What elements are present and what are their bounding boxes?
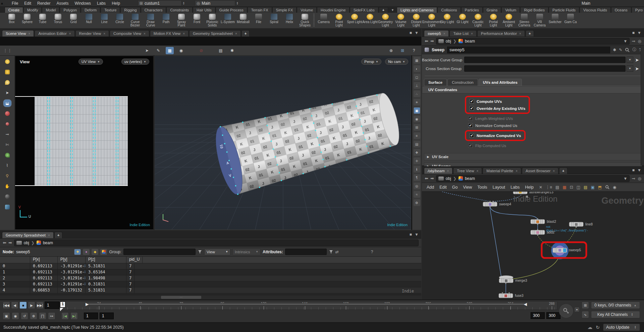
shelf-tool[interactable]: Line	[97, 13, 112, 28]
back-icon[interactable]: ⬅	[425, 39, 428, 44]
node-sweep4[interactable]: sweep4	[483, 201, 511, 208]
path-node[interactable]: beam	[465, 176, 475, 181]
forward-icon[interactable]: ➡	[430, 39, 434, 44]
shelf-tab[interactable]: Rigid Bodies	[520, 7, 548, 13]
checkbox-checked-icon[interactable]: ✔	[468, 116, 473, 121]
help-icon[interactable]: ?	[410, 47, 418, 54]
menu-item[interactable]: Help	[522, 184, 536, 191]
lasso-select-icon[interactable]: ✎	[154, 47, 162, 54]
shelf-tool[interactable]: Platonic Solids	[205, 13, 220, 28]
select-keys-icon[interactable]: ▣	[3, 312, 10, 320]
wrench-icon[interactable]: ✕	[539, 185, 542, 190]
swap-icon[interactable]: ⇄	[335, 250, 339, 254]
scene-spinner[interactable]: ▲▼	[236, 2, 239, 5]
shelf-tool[interactable]: Gam Ca	[563, 13, 578, 28]
checkbox-row[interactable]: ✔ Override Any Existing UVs	[470, 105, 525, 112]
group-display-icon[interactable]: ❖	[414, 149, 420, 156]
close-tab-icon[interactable]: ×	[477, 169, 479, 173]
pane-tab[interactable]: /obj/beam×	[424, 168, 452, 174]
tree-list-icon[interactable]: ⋮≡	[546, 185, 552, 190]
close-tab-icon[interactable]: ×	[29, 32, 31, 36]
shelf-tab[interactable]: Deform	[81, 7, 100, 13]
menu-item[interactable]: File	[9, 0, 21, 6]
menu-item[interactable]: Layout	[490, 184, 508, 191]
uv-overlay-icon[interactable]: ▣	[414, 107, 420, 114]
keyframe-options-icon[interactable]: ⊶	[48, 312, 55, 320]
range-start-field[interactable]: 1	[84, 313, 98, 319]
set-key-button[interactable]	[559, 304, 574, 318]
labels-icon[interactable]: ¶	[414, 174, 420, 181]
shelf-tab[interactable]: Lights and Cameras	[397, 7, 437, 13]
menu-item[interactable]: Assets	[53, 0, 71, 6]
box-select-icon[interactable]: ▦	[166, 47, 174, 54]
playhead-marker[interactable]: 1	[60, 302, 65, 308]
notes-icon[interactable]: ▤	[584, 185, 587, 190]
filter-icon[interactable]	[329, 250, 333, 254]
menu-item[interactable]: Windows	[71, 0, 94, 6]
help-icon[interactable]: ?	[371, 250, 373, 254]
close-tab-icon[interactable]: ×	[443, 32, 445, 36]
shelf-tool[interactable]: Volume Light	[393, 13, 409, 28]
checkbox-checked-icon[interactable]: ✔	[470, 133, 474, 138]
shelf-tool[interactable]: File	[251, 13, 266, 28]
playback-range-slider[interactable]: ▶ ◀	[87, 303, 526, 305]
red-sphere-tool-icon[interactable]	[3, 110, 12, 118]
shelf-tool[interactable]: Stereo Camera	[517, 13, 532, 28]
recook-icon[interactable]: ↻	[596, 325, 600, 330]
column-header[interactable]: P[y]	[58, 257, 86, 263]
channel-graph-icon[interactable]: ∿	[582, 311, 589, 318]
shelf-tab[interactable]: Pyro FX	[632, 7, 644, 13]
pane-tab[interactable]: Geometry Spreadsheet×	[2, 232, 54, 238]
shelf-tab[interactable]: Oceans	[611, 7, 631, 13]
pencil-tool-icon[interactable]	[3, 58, 12, 66]
shelf-tool[interactable]: Curve Bezier	[127, 13, 143, 28]
select-arrow-icon[interactable]: ➤	[633, 57, 641, 63]
shelf-tool[interactable]: L-System	[220, 13, 235, 28]
radial-menu-icon[interactable]: ◎	[638, 39, 641, 44]
checkbox-checked-icon[interactable]: ✔	[468, 123, 473, 128]
menu-item[interactable]: Tools	[475, 184, 490, 191]
table-row[interactable]: 10.692113-3.01291e-83.651647	[0, 269, 421, 275]
search-icon[interactable]	[605, 185, 609, 189]
shelf-tool[interactable]: Spiral	[266, 13, 282, 28]
shelf-tab[interactable]: Vellum	[501, 7, 520, 13]
close-tab-icon[interactable]: ×	[144, 32, 146, 36]
camera-menu[interactable]: No cam▼	[385, 59, 408, 65]
shelf-tool[interactable]: Spray Paint	[174, 13, 189, 28]
column-header[interactable]: pid_U	[126, 257, 143, 263]
flipbook-icon[interactable]: ▤	[217, 47, 225, 54]
fog-icon[interactable]: ≈	[414, 191, 420, 198]
shelf-tab[interactable]: Volume	[297, 7, 317, 13]
pane-menu-icon[interactable]: ▼	[415, 30, 419, 35]
pane-menu-icon[interactable]: ▼	[637, 168, 641, 173]
range-start-handle[interactable]: ▶	[86, 302, 89, 307]
pane-tab[interactable]: Render View×	[75, 30, 109, 37]
pane-tab[interactable]: Composite View×	[110, 30, 149, 37]
path-root[interactable]: obj	[24, 241, 29, 245]
shelf-more-icon[interactable]: ▼	[388, 7, 397, 13]
shelf-tab[interactable]: Constraints	[166, 7, 193, 13]
shelf-tab[interactable]: Polygon	[60, 7, 80, 13]
grid-toggle-icon[interactable]: ⊞	[398, 47, 407, 54]
snapshot-strip-icon[interactable]: ▤	[414, 141, 420, 147]
shelf-tab[interactable]: Characters	[141, 7, 166, 13]
grid-icon[interactable]: ⊞	[414, 124, 420, 131]
pin-icon[interactable]: ⊸	[632, 39, 635, 44]
menu-item[interactable]: Render	[34, 0, 53, 6]
checkbox-checked-icon[interactable]: ✔	[468, 143, 473, 148]
stop-button[interactable]: ■	[19, 302, 27, 309]
back-icon[interactable]: ⬅	[3, 240, 6, 245]
shelf-tool[interactable]: Area Light	[362, 13, 378, 28]
pane-split-icon[interactable]: ▲	[0, 2, 4, 5]
shelf-tool[interactable]: Font	[189, 13, 205, 28]
snap-icon[interactable]: ⊕	[387, 47, 395, 54]
go-to-start-button[interactable]: |◀◀	[3, 302, 10, 309]
shelf-tool[interactable]: Draw Curve	[143, 13, 158, 28]
keys-status-box[interactable]: 0 keys, 0/0 channels▲	[591, 302, 640, 309]
table-row[interactable]: 30.692113-3.01291e-80.318317	[0, 281, 421, 287]
shelf-tool[interactable]: Tube	[35, 13, 50, 28]
shelf-tab[interactable]: Houdini Engine	[317, 7, 350, 13]
close-tab-icon[interactable]: ×	[553, 169, 555, 173]
shelf-tool[interactable]: Ambient Light	[501, 13, 517, 28]
cut-tool-icon[interactable]: ✄	[3, 141, 12, 149]
